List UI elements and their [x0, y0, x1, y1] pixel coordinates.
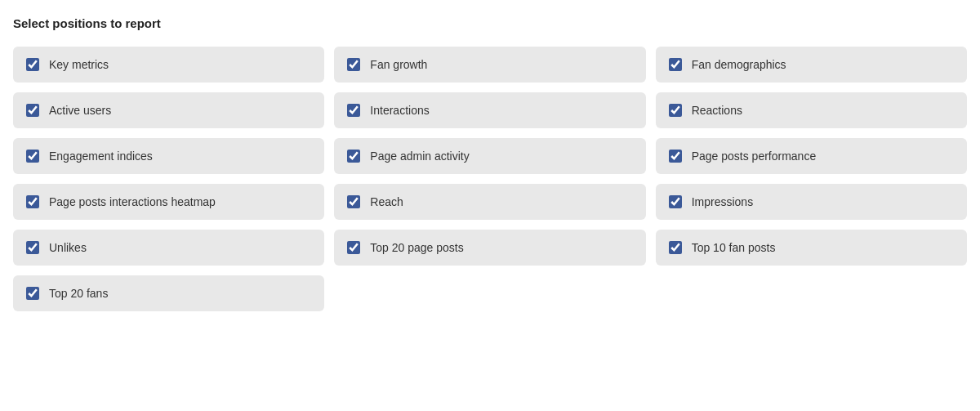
checkbox-item-active-users[interactable]: Active users [13, 92, 324, 128]
checkbox-item-top-20-fans[interactable]: Top 20 fans [13, 275, 324, 311]
checkbox-item-page-posts-performance[interactable]: Page posts performance [656, 138, 967, 174]
label-page-admin-activity: Page admin activity [370, 150, 469, 163]
checkbox-reactions[interactable] [669, 104, 682, 117]
checkbox-key-metrics[interactable] [26, 58, 39, 71]
checkbox-item-top-20-page-posts[interactable]: Top 20 page posts [334, 230, 645, 266]
checkbox-impressions[interactable] [669, 195, 682, 208]
checkbox-item-fan-demographics[interactable]: Fan demographics [656, 47, 967, 83]
checkbox-item-reach[interactable]: Reach [334, 184, 645, 220]
checkbox-item-engagement-indices[interactable]: Engagement indices [13, 138, 324, 174]
checkbox-item-fan-growth[interactable]: Fan growth [334, 47, 645, 83]
label-fan-growth: Fan growth [370, 58, 427, 71]
checkbox-item-interactions[interactable]: Interactions [334, 92, 645, 128]
checkbox-interactions[interactable] [347, 104, 360, 117]
checkbox-item-reactions[interactable]: Reactions [656, 92, 967, 128]
label-top-20-page-posts: Top 20 page posts [370, 241, 463, 254]
label-reach: Reach [370, 195, 403, 208]
checkbox-fan-growth[interactable] [347, 58, 360, 71]
label-unlikes: Unlikes [49, 241, 87, 254]
checkbox-active-users[interactable] [26, 104, 39, 117]
checkbox-page-posts-performance[interactable] [669, 150, 682, 163]
checkbox-top-20-fans[interactable] [26, 287, 39, 300]
label-active-users: Active users [49, 104, 111, 117]
label-engagement-indices: Engagement indices [49, 150, 153, 163]
checkbox-page-admin-activity[interactable] [347, 150, 360, 163]
checkbox-item-unlikes[interactable]: Unlikes [13, 230, 324, 266]
checkbox-item-top-10-fan-posts[interactable]: Top 10 fan posts [656, 230, 967, 266]
checkbox-item-impressions[interactable]: Impressions [656, 184, 967, 220]
checkbox-top-10-fan-posts[interactable] [669, 241, 682, 254]
checkbox-engagement-indices[interactable] [26, 150, 39, 163]
positions-grid: Key metricsFan growthFan demographicsAct… [13, 47, 967, 311]
label-top-20-fans: Top 20 fans [49, 287, 108, 300]
label-top-10-fan-posts: Top 10 fan posts [692, 241, 776, 254]
checkbox-top-20-page-posts[interactable] [347, 241, 360, 254]
label-key-metrics: Key metrics [49, 58, 109, 71]
checkbox-item-page-posts-interactions-heatmap[interactable]: Page posts interactions heatmap [13, 184, 324, 220]
checkbox-fan-demographics[interactable] [669, 58, 682, 71]
page-title: Select positions to report [13, 16, 967, 30]
checkbox-page-posts-interactions-heatmap[interactable] [26, 195, 39, 208]
label-page-posts-performance: Page posts performance [692, 150, 817, 163]
label-fan-demographics: Fan demographics [692, 58, 786, 71]
checkbox-unlikes[interactable] [26, 241, 39, 254]
checkbox-item-key-metrics[interactable]: Key metrics [13, 47, 324, 83]
checkbox-item-page-admin-activity[interactable]: Page admin activity [334, 138, 645, 174]
label-page-posts-interactions-heatmap: Page posts interactions heatmap [49, 195, 216, 208]
label-interactions: Interactions [370, 104, 429, 117]
label-impressions: Impressions [692, 195, 753, 208]
label-reactions: Reactions [692, 104, 742, 117]
checkbox-reach[interactable] [347, 195, 360, 208]
